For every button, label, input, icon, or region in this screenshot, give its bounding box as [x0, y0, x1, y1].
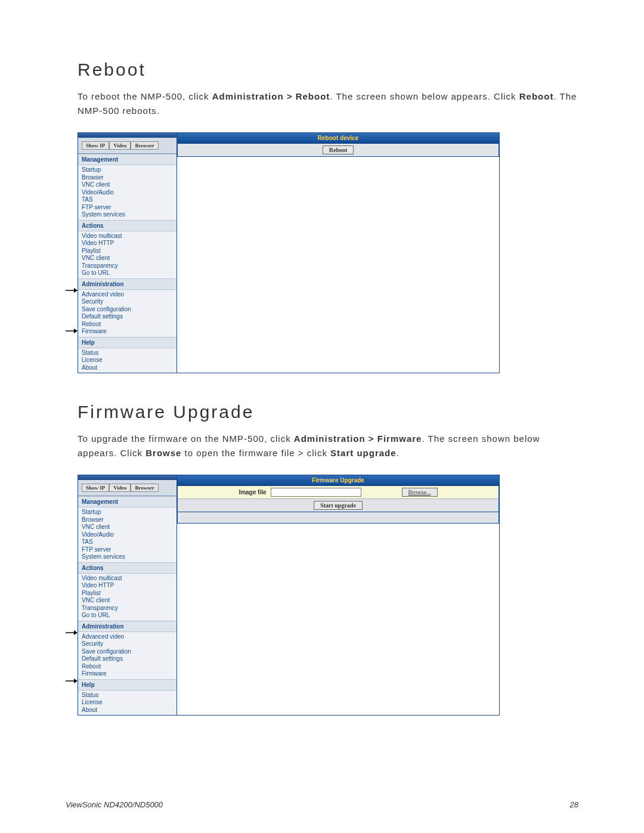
txt: . The screen shown below appears. Click — [330, 91, 519, 101]
sidebar-item-browser[interactable]: Browser — [78, 174, 177, 182]
sidebar-item-startup[interactable]: Startup — [78, 166, 177, 174]
txt: . — [397, 448, 400, 458]
sidebar-item-firmware[interactable]: Firmware — [78, 670, 177, 678]
sidebar: Show IP Video Browser ManagementStartupB… — [78, 475, 177, 715]
sidebar-item-go-to-url[interactable]: Go to URL — [78, 270, 177, 277]
sidebar-top-bar — [78, 475, 177, 480]
page-footer: ViewSonic ND4200/ND5000 28 — [66, 800, 578, 809]
sidebar-item-ftp-server[interactable]: FTP server — [78, 546, 177, 554]
sidebar-section-help: Help — [78, 337, 177, 348]
sidebar-item-about[interactable]: About — [78, 707, 177, 714]
sidebar-item-startup[interactable]: Startup — [78, 509, 177, 516]
txt: to open the firmware file > click — [181, 448, 330, 458]
panel-title-firmware: Firmware Upgrade — [177, 475, 499, 486]
sidebar-item-video-http[interactable]: Video HTTP — [78, 240, 177, 247]
sidebar-item-transparency[interactable]: Transparency — [78, 262, 177, 270]
sidebar-item-transparency[interactable]: Transparency — [78, 605, 177, 612]
pointer-arrow-icon — [66, 287, 78, 293]
sidebar-item-status[interactable]: Status — [78, 349, 177, 357]
sidebar-item-advanced-video[interactable]: Advanced video — [78, 633, 177, 641]
sidebar-section-management: Management — [78, 496, 177, 507]
panel-title-reboot: Reboot device — [177, 133, 499, 144]
txt: Administration > Reboot — [212, 91, 330, 101]
sidebar-item-license[interactable]: License — [78, 357, 177, 364]
start-upgrade-button[interactable]: Start upgrade — [314, 501, 363, 510]
sidebar-item-status[interactable]: Status — [78, 692, 177, 699]
image-file-input[interactable] — [271, 488, 361, 497]
sidebar-item-security[interactable]: Security — [78, 298, 177, 306]
sidebar-item-tas[interactable]: TAS — [78, 196, 177, 204]
sidebar-item-playlist[interactable]: Playlist — [78, 247, 177, 255]
tab-row: Show IP Video Browser — [78, 138, 177, 154]
sidebar-item-default-settings[interactable]: Default settings — [78, 313, 177, 321]
svg-marker-1 — [74, 288, 78, 293]
sidebar-item-system-services[interactable]: System services — [78, 553, 177, 561]
pointer-arrow-icon — [66, 328, 78, 334]
section-heading-firmware: Firmware Upgrade — [78, 402, 578, 422]
sidebar-top-bar — [78, 133, 177, 138]
sidebar-section-actions: Actions — [78, 220, 177, 231]
sidebar-item-about[interactable]: About — [78, 364, 177, 372]
panel-spacer — [177, 512, 499, 524]
sidebar-item-firmware[interactable]: Firmware — [78, 328, 177, 336]
panel-body: Image file Browse... Start upgrade — [177, 486, 499, 512]
sidebar-item-vnc-client[interactable]: VNC client — [78, 181, 177, 189]
txt: Administration > Firmware — [294, 433, 422, 444]
sidebar-item-save-configuration[interactable]: Save configuration — [78, 306, 177, 314]
sidebar-section-management: Management — [78, 154, 177, 165]
footer-page-number: 28 — [570, 800, 578, 809]
tab-video[interactable]: Video — [109, 484, 131, 492]
sidebar-item-playlist[interactable]: Playlist — [78, 590, 177, 597]
screenshot-reboot: Show IP Video Browser ManagementStartupB… — [78, 132, 500, 373]
screenshot-firmware: Show IP Video Browser ManagementStartupB… — [78, 475, 500, 716]
sidebar-item-vnc-client[interactable]: VNC client — [78, 597, 177, 605]
sidebar-item-default-settings[interactable]: Default settings — [78, 655, 177, 663]
sidebar-item-reboot[interactable]: Reboot — [78, 663, 177, 671]
sidebar-item-advanced-video[interactable]: Advanced video — [78, 291, 177, 299]
sidebar-item-reboot[interactable]: Reboot — [78, 321, 177, 329]
tab-video[interactable]: Video — [109, 141, 131, 150]
browse-button[interactable]: Browse... — [402, 488, 438, 497]
pointer-arrow-icon — [66, 630, 78, 636]
tab-browser[interactable]: Browser — [131, 141, 158, 150]
txt: To upgrade the firmware on the NMP-500, … — [78, 433, 294, 444]
svg-marker-3 — [74, 329, 78, 333]
txt: Browse — [145, 448, 181, 458]
sidebar-item-save-configuration[interactable]: Save configuration — [78, 648, 177, 656]
sidebar: Show IP Video Browser ManagementStartupB… — [78, 133, 177, 373]
section1-desc: To reboot the NMP-500, click Administrat… — [78, 89, 578, 118]
sidebar-item-tas[interactable]: TAS — [78, 538, 177, 546]
sidebar-item-browser[interactable]: Browser — [78, 516, 177, 524]
main-panel: Firmware Upgrade Image file Browse... St… — [177, 475, 499, 715]
panel-row-start: Start upgrade — [178, 499, 499, 512]
sidebar-item-vnc-client[interactable]: VNC client — [78, 255, 177, 262]
sidebar-item-license[interactable]: License — [78, 699, 177, 707]
tab-show-ip[interactable]: Show IP — [82, 141, 109, 150]
sidebar-item-video-multicast[interactable]: Video multicast — [78, 575, 177, 583]
sidebar-item-video-audio[interactable]: Video/Audio — [78, 531, 177, 539]
sidebar-item-video-audio[interactable]: Video/Audio — [78, 189, 177, 197]
sidebar-section-administration: Administration — [78, 278, 177, 290]
sidebar-section-help: Help — [78, 679, 177, 690]
sidebar-item-vnc-client[interactable]: VNC client — [78, 524, 177, 531]
sidebar-section-actions: Actions — [78, 562, 177, 574]
tab-show-ip[interactable]: Show IP — [82, 484, 109, 492]
svg-marker-7 — [74, 679, 78, 683]
main-panel: Reboot device Reboot — [177, 133, 499, 373]
tab-browser[interactable]: Browser — [131, 484, 158, 492]
sidebar-item-video-http[interactable]: Video HTTP — [78, 582, 177, 590]
footer-title: ViewSonic ND4200/ND5000 — [66, 800, 163, 809]
panel-body: Reboot — [177, 144, 499, 157]
sidebar-item-security[interactable]: Security — [78, 640, 177, 648]
reboot-button[interactable]: Reboot — [323, 145, 354, 154]
section2-desc: To upgrade the firmware on the NMP-500, … — [78, 432, 578, 460]
sidebar-item-system-services[interactable]: System services — [78, 211, 177, 219]
sidebar-section-administration: Administration — [78, 621, 177, 632]
sidebar-item-ftp-server[interactable]: FTP server — [78, 204, 177, 212]
image-file-label: Image file — [239, 489, 266, 496]
sidebar-item-go-to-url[interactable]: Go to URL — [78, 612, 177, 620]
panel-row: Reboot — [178, 144, 499, 156]
panel-row-image-file: Image file Browse... — [178, 486, 499, 499]
tab-row: Show IP Video Browser — [78, 480, 177, 496]
sidebar-item-video-multicast[interactable]: Video multicast — [78, 233, 177, 240]
